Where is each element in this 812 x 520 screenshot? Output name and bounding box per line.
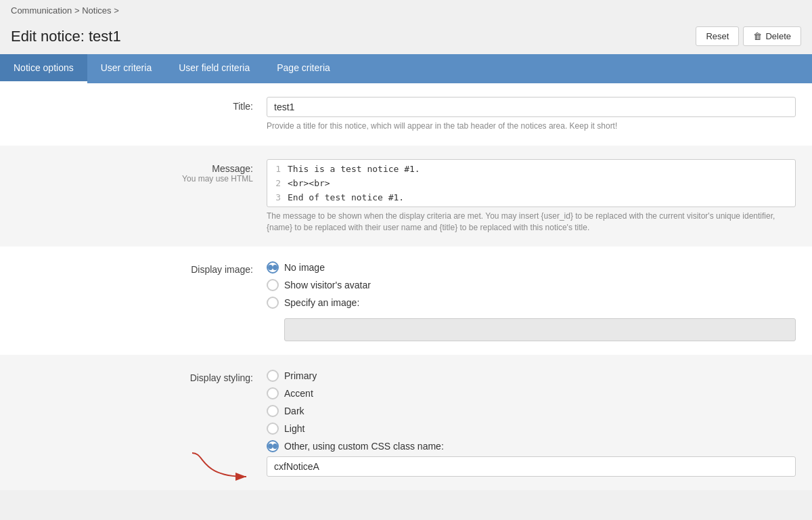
- radio-label-other-css: Other, using custom CSS class name:: [284, 441, 444, 452]
- radio-circle-show-avatar: [267, 279, 279, 291]
- line-content-1: This is a test notice #1.: [288, 164, 420, 174]
- page-title: Edit notice: test1: [11, 28, 121, 45]
- radio-label-no-image: No image: [284, 262, 325, 273]
- display-styling-label: Display styling:: [16, 368, 267, 383]
- reset-button[interactable]: Reset: [696, 26, 739, 46]
- title-field-container: Provide a title for this notice, which w…: [267, 97, 796, 132]
- radio-show-avatar[interactable]: Show visitor's avatar: [267, 279, 796, 291]
- radio-primary[interactable]: Primary: [267, 370, 796, 382]
- radio-accent[interactable]: Accent: [267, 387, 796, 399]
- radio-circle-dark: [267, 405, 279, 417]
- line-num-3: 3: [267, 192, 288, 202]
- radio-circle-specify-image: [267, 297, 279, 309]
- message-hint: The message to be shown when the display…: [267, 211, 796, 234]
- radio-no-image[interactable]: No image: [267, 261, 796, 274]
- radio-circle-primary: [267, 370, 279, 382]
- specify-image-input[interactable]: [284, 318, 796, 341]
- delete-button[interactable]: 🗑 Delete: [743, 26, 801, 46]
- display-styling-options: Primary Accent Dark Light: [267, 368, 796, 477]
- radio-other-css[interactable]: Other, using custom CSS class name:: [267, 440, 796, 452]
- radio-specify-image[interactable]: Specify an image:: [267, 297, 796, 309]
- radio-label-primary: Primary: [284, 370, 317, 381]
- radio-label-dark: Dark: [284, 406, 304, 416]
- radio-dark[interactable]: Dark: [267, 405, 796, 417]
- radio-circle-no-image: [267, 261, 279, 274]
- breadcrumb: Communication > Notices >: [0, 0, 812, 21]
- display-image-options: No image Show visitor's avatar Specify a…: [267, 260, 796, 341]
- title-label: Title:: [16, 97, 267, 112]
- message-editor[interactable]: 1 This is a test notice #1. 2 <br><br> 3…: [267, 159, 796, 207]
- radio-light[interactable]: Light: [267, 422, 796, 435]
- message-field-container: 1 This is a test notice #1. 2 <br><br> 3…: [267, 159, 796, 234]
- title-input[interactable]: [267, 97, 796, 117]
- radio-circle-light: [267, 422, 279, 435]
- tab-user-field-criteria[interactable]: User field criteria: [165, 54, 263, 83]
- radio-circle-accent: [267, 387, 279, 399]
- breadcrumb-communication[interactable]: Communication: [11, 5, 72, 16]
- tab-user-criteria[interactable]: User criteria: [87, 54, 165, 83]
- tab-page-criteria[interactable]: Page criteria: [263, 54, 344, 83]
- tab-bar: Notice options User criteria User field …: [0, 54, 812, 83]
- line-num-2: 2: [267, 178, 288, 188]
- red-arrow-icon: [185, 450, 260, 483]
- radio-label-show-avatar: Show visitor's avatar: [284, 280, 371, 290]
- breadcrumb-notices[interactable]: Notices: [82, 5, 111, 16]
- message-label: Message: You may use HTML: [16, 159, 267, 183]
- display-image-label: Display image:: [16, 260, 267, 275]
- radio-label-specify-image: Specify an image:: [284, 297, 359, 308]
- line-content-2: <br><br>: [288, 178, 330, 188]
- radio-circle-other-css: [267, 440, 279, 452]
- custom-css-input[interactable]: [267, 456, 796, 477]
- trash-icon: 🗑: [753, 31, 762, 41]
- radio-label-light: Light: [284, 423, 304, 434]
- tab-notice-options[interactable]: Notice options: [0, 54, 87, 83]
- line-num-1: 1: [267, 164, 288, 174]
- line-content-3: End of test notice #1.: [288, 192, 404, 202]
- title-hint: Provide a title for this notice, which w…: [267, 121, 796, 132]
- radio-label-accent: Accent: [284, 388, 313, 399]
